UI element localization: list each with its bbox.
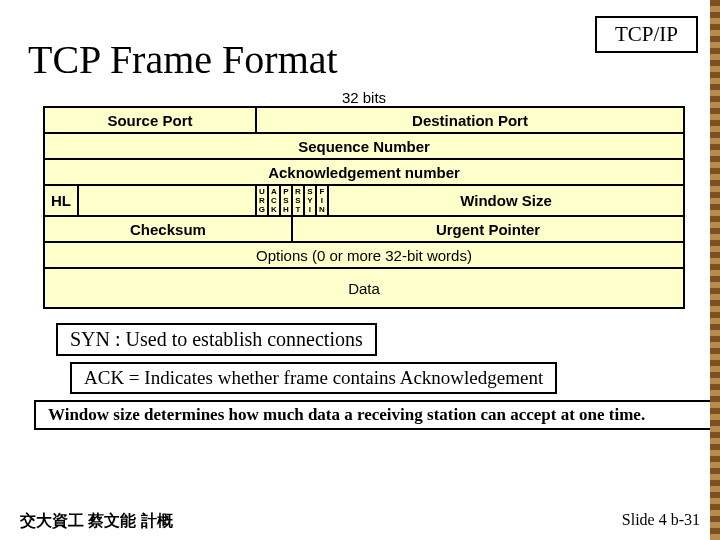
note-window: Window size determines how much data a r… [34, 400, 720, 430]
cell-ack-num: Acknowledgement number [44, 159, 684, 185]
cell-checksum: Checksum [44, 216, 292, 242]
slide: TCP/IP TCP Frame Format 32 bits Source P… [0, 0, 720, 540]
tcp-frame-table: Source Port Destination Port Sequence Nu… [43, 106, 685, 309]
footer-left: 交大資工 蔡文能 計概 [20, 511, 173, 532]
cell-flag-ack: A C K [268, 185, 280, 216]
cell-flag-fin: F I N [316, 185, 328, 216]
cell-dest-port: Destination Port [256, 107, 684, 133]
decorative-stripe [710, 0, 720, 540]
cell-flag-syn: S Y I [304, 185, 316, 216]
cell-data: Data [44, 268, 684, 308]
cell-window-size: Window Size [328, 185, 684, 216]
cell-reserved [78, 185, 256, 216]
cell-urgent-ptr: Urgent Pointer [292, 216, 684, 242]
footer-right: Slide 4 b-31 [622, 511, 700, 532]
cell-flag-rst: R S T [292, 185, 304, 216]
note-syn: SYN : Used to establish connections [56, 323, 377, 356]
cell-seq: Sequence Number [44, 133, 684, 159]
cell-flag-urg: U R G [256, 185, 268, 216]
note-ack: ACK = Indicates whether frame contains A… [70, 362, 557, 394]
cell-flag-psh: P S H [280, 185, 292, 216]
cell-source-port: Source Port [44, 107, 256, 133]
header-box: TCP/IP [595, 16, 698, 53]
bits-label: 32 bits [28, 89, 700, 106]
cell-options: Options (0 or more 32-bit words) [44, 242, 684, 268]
cell-hl: HL [44, 185, 78, 216]
